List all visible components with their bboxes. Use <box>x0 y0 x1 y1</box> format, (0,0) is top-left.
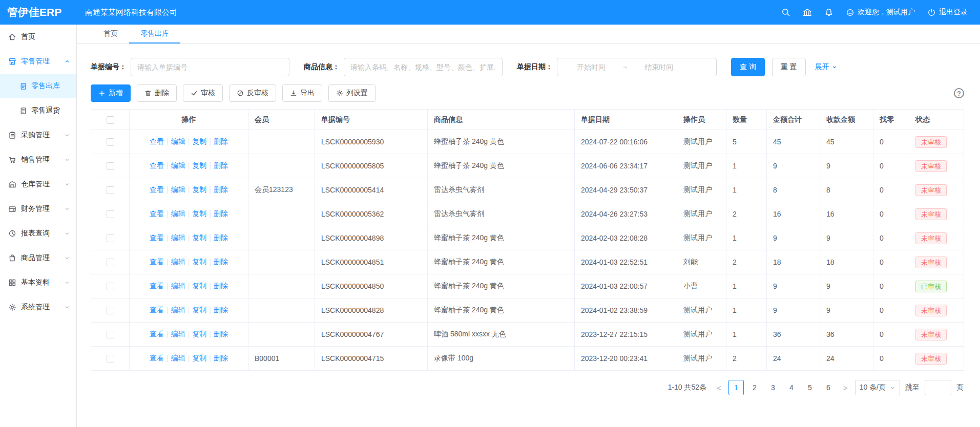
tab-home[interactable]: 首页 <box>92 25 129 43</box>
delete-link[interactable]: 删除 <box>214 258 228 266</box>
copy-link[interactable]: 复制 <box>192 209 206 218</box>
edit-link[interactable]: 编辑 <box>171 282 185 290</box>
sidebar-item-purchase-mgmt[interactable]: 采购管理 <box>0 123 76 147</box>
delete-link[interactable]: 删除 <box>214 233 228 242</box>
row-checkbox[interactable] <box>107 210 114 218</box>
logout-button[interactable]: 退出登录 <box>927 8 968 17</box>
sidebar-item-sales-mgmt[interactable]: 销售管理 <box>0 147 76 172</box>
product-cell: 蜂蜜柚子茶 240g 黄色 <box>428 130 575 154</box>
delete-button[interactable]: 删除 <box>137 84 177 102</box>
edit-link[interactable]: 编辑 <box>171 185 185 194</box>
copy-link[interactable]: 复制 <box>192 233 206 242</box>
view-link[interactable]: 查看 <box>150 209 164 218</box>
edit-link[interactable]: 编辑 <box>171 354 185 362</box>
sidebar-item-basic-data[interactable]: 基本资料 <box>0 270 76 295</box>
search-icon[interactable] <box>781 8 790 17</box>
unaudit-button[interactable]: 反审核 <box>229 84 276 102</box>
row-checkbox[interactable] <box>107 186 114 194</box>
edit-link[interactable]: 编辑 <box>171 233 185 242</box>
view-link[interactable]: 查看 <box>150 233 164 242</box>
select-all-checkbox[interactable] <box>107 116 114 124</box>
view-link[interactable]: 查看 <box>150 330 164 338</box>
date-range-picker[interactable]: ~ <box>557 58 717 76</box>
copy-link[interactable]: 复制 <box>192 330 206 338</box>
next-page-button[interactable]: > <box>841 383 850 392</box>
delete-link[interactable]: 删除 <box>214 282 228 290</box>
received-cell: 9 <box>820 226 873 250</box>
prev-page-button[interactable]: < <box>715 383 723 392</box>
bill-no-input[interactable] <box>131 58 289 76</box>
row-checkbox[interactable] <box>107 283 114 290</box>
ban-icon <box>237 90 244 97</box>
page-button[interactable]: 5 <box>802 380 818 395</box>
edit-link[interactable]: 编辑 <box>171 258 185 266</box>
copy-link[interactable]: 复制 <box>192 137 206 145</box>
page-button[interactable]: 6 <box>821 380 836 395</box>
row-checkbox[interactable] <box>107 259 114 266</box>
edit-link[interactable]: 编辑 <box>171 209 185 218</box>
user-menu[interactable]: 欢迎您，测试用户 <box>846 8 915 17</box>
sidebar-item-warehouse-mgmt[interactable]: 仓库管理 <box>0 172 76 197</box>
view-link[interactable]: 查看 <box>150 354 164 362</box>
product-info-input[interactable] <box>344 58 503 76</box>
bank-icon[interactable] <box>803 8 812 17</box>
copy-link[interactable]: 复制 <box>192 306 206 314</box>
view-link[interactable]: 查看 <box>150 306 164 314</box>
sidebar-item-goods-mgmt[interactable]: 商品管理 <box>0 246 76 270</box>
page-button[interactable]: 4 <box>784 380 799 395</box>
delete-link[interactable]: 删除 <box>214 185 228 194</box>
edit-link[interactable]: 编辑 <box>171 306 185 314</box>
reset-button[interactable]: 重 置 <box>772 58 806 76</box>
sidebar-item-retail-return[interactable]: 零售退货 <box>0 98 76 123</box>
search-button[interactable]: 查 询 <box>731 58 765 76</box>
row-checkbox[interactable] <box>107 331 114 338</box>
row-checkbox[interactable] <box>107 138 114 146</box>
view-link[interactable]: 查看 <box>150 282 164 290</box>
jump-page-input[interactable] <box>925 380 951 395</box>
delete-link[interactable]: 删除 <box>214 161 228 169</box>
date-end-input[interactable] <box>630 63 687 71</box>
view-link[interactable]: 查看 <box>150 258 164 266</box>
delete-link[interactable]: 删除 <box>214 330 228 338</box>
copy-link[interactable]: 复制 <box>192 354 206 362</box>
received-cell: 8 <box>820 178 873 202</box>
view-link[interactable]: 查看 <box>150 185 164 194</box>
copy-link[interactable]: 复制 <box>192 282 206 290</box>
edit-link[interactable]: 编辑 <box>171 137 185 145</box>
sidebar-item-home[interactable]: 首页 <box>0 25 76 49</box>
view-link[interactable]: 查看 <box>150 137 164 145</box>
view-link[interactable]: 查看 <box>150 161 164 169</box>
edit-link[interactable]: 编辑 <box>171 161 185 169</box>
copy-link[interactable]: 复制 <box>192 161 206 169</box>
page-button[interactable]: 3 <box>765 380 781 395</box>
page-button[interactable]: 1 <box>728 380 744 395</box>
copy-link[interactable]: 复制 <box>192 258 206 266</box>
delete-link[interactable]: 删除 <box>214 209 228 218</box>
add-button[interactable]: 新增 <box>91 84 131 102</box>
date-start-input[interactable] <box>562 63 620 71</box>
page-button[interactable]: 2 <box>747 380 762 395</box>
expand-link[interactable]: 展开 <box>815 62 838 72</box>
sidebar-item-report-query[interactable]: 报表查询 <box>0 221 76 246</box>
tab-retail-outbound[interactable]: 零售出库 <box>129 25 180 43</box>
sidebar-item-retail-outbound[interactable]: 零售出库 <box>0 74 76 98</box>
page-size-select[interactable]: 10 条/页 <box>855 380 900 395</box>
copy-link[interactable]: 复制 <box>192 185 206 194</box>
edit-link[interactable]: 编辑 <box>171 330 185 338</box>
change-cell: 0 <box>873 347 909 371</box>
row-checkbox[interactable] <box>107 234 114 242</box>
column-settings-button[interactable]: 列设置 <box>328 84 376 102</box>
help-icon[interactable]: ? <box>954 88 964 98</box>
row-checkbox[interactable] <box>107 162 114 170</box>
export-button[interactable]: 导出 <box>282 84 322 102</box>
delete-link[interactable]: 删除 <box>214 306 228 314</box>
row-checkbox[interactable] <box>107 355 114 362</box>
audit-button[interactable]: 审核 <box>183 84 223 102</box>
bell-icon[interactable] <box>824 8 833 17</box>
row-checkbox[interactable] <box>107 307 114 314</box>
sidebar-item-retail-mgmt[interactable]: 零售管理 <box>0 49 76 74</box>
delete-link[interactable]: 删除 <box>214 137 228 145</box>
delete-link[interactable]: 删除 <box>214 354 228 362</box>
sidebar-item-finance-mgmt[interactable]: 财务管理 <box>0 197 76 221</box>
sidebar-item-system-mgmt[interactable]: 系统管理 <box>0 295 76 319</box>
